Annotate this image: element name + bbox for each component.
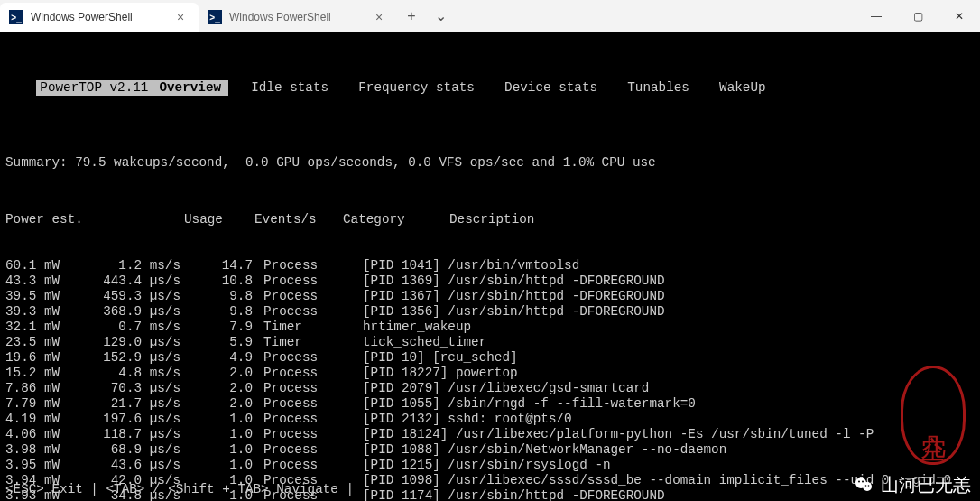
- table-row: 15.2 mW4.8 ms/s2.0Process[PID 18227] pow…: [5, 366, 975, 381]
- svg-point-1: [863, 482, 872, 491]
- tab-1[interactable]: >_Windows PowerShell×: [199, 3, 397, 32]
- cell-power: 23.5 mW: [5, 335, 94, 350]
- tab-label: Windows PowerShell: [31, 11, 133, 23]
- cell-power: 7.79 mW: [5, 396, 94, 412]
- watermark-text: 山河已无恙: [854, 474, 971, 496]
- cell-usage: 0.7 ms/s: [94, 320, 199, 335]
- cell-events: 10.8: [199, 274, 253, 289]
- watermark-label: 山河已无恙: [881, 478, 971, 493]
- svg-point-5: [868, 485, 870, 487]
- menu-item-frequency-stats[interactable]: Frequency stats: [351, 80, 482, 96]
- table-row: 39.5 mW459.3 µs/s9.8Process[PID 1367] /u…: [5, 289, 975, 304]
- cell-usage: 118.7 µs/s: [94, 427, 199, 442]
- col-header-description: Description: [449, 212, 975, 227]
- wechat-icon: [854, 474, 875, 496]
- cell-usage: 152.9 µs/s: [94, 350, 199, 366]
- cell-events: 14.7: [199, 258, 253, 274]
- cell-category: Process: [253, 412, 359, 427]
- summary-line: Summary: 79.5 wakeups/second, 0.0 GPU op…: [5, 155, 975, 171]
- cell-events: 9.8: [199, 289, 253, 304]
- cell-category: Process: [253, 350, 359, 366]
- menu-item-device-stats[interactable]: Device stats: [497, 80, 605, 96]
- menu-item-idle-stats[interactable]: Idle stats: [244, 80, 336, 96]
- cell-description: hrtimer_wakeup: [359, 320, 975, 335]
- table-row: 39.3 mW368.9 µs/s9.8Process[PID 1356] /u…: [5, 304, 975, 320]
- cell-usage: 443.4 µs/s: [94, 274, 199, 289]
- cell-events: 4.9: [199, 350, 253, 366]
- cell-usage: 21.7 µs/s: [94, 396, 199, 412]
- cell-usage: 197.6 µs/s: [94, 412, 199, 427]
- powertop-version: PowerTOP v2.11: [36, 80, 152, 96]
- svg-point-2: [858, 481, 860, 483]
- cell-events: 1.0: [199, 442, 253, 458]
- cell-description: [PID 18227] powertop: [359, 366, 975, 381]
- cell-power: 43.3 mW: [5, 274, 94, 289]
- cell-description: [PID 1041] /usr/bin/vmtoolsd: [359, 258, 975, 274]
- cell-category: Process: [253, 366, 359, 381]
- table-row: 23.5 mW129.0 µs/s5.9Timertick_sched_time…: [5, 335, 975, 350]
- tab-close-icon[interactable]: ×: [370, 10, 388, 24]
- cell-power: 15.2 mW: [5, 366, 94, 381]
- watermark-seal: 空几: [901, 366, 966, 465]
- table-header: Power est.UsageEvents/sCategoryDescripti…: [5, 212, 975, 227]
- cell-events: 2.0: [199, 381, 253, 396]
- minimize-button[interactable]: —: [855, 0, 897, 32]
- cell-description: [PID 2132] sshd: root@pts/0: [359, 412, 975, 427]
- cell-events: 1.0: [199, 458, 253, 473]
- menu-item-tunables[interactable]: Tunables: [620, 80, 697, 96]
- cell-category: Timer: [253, 320, 359, 335]
- cell-usage: 70.3 µs/s: [94, 381, 199, 396]
- new-tab-button[interactable]: +: [397, 2, 426, 31]
- cell-description: [PID 1215] /usr/sbin/rsyslogd -n: [359, 458, 975, 473]
- cell-power: 60.1 mW: [5, 258, 94, 274]
- cell-category: Process: [253, 289, 359, 304]
- table-row: 43.3 mW443.4 µs/s10.8Process[PID 1369] /…: [5, 274, 975, 289]
- table-row: 4.06 mW118.7 µs/s1.0Process[PID 18124] /…: [5, 427, 975, 442]
- cell-description: [PID 2079] /usr/libexec/gsd-smartcard: [359, 381, 975, 396]
- cell-category: Process: [253, 427, 359, 442]
- cell-events: 7.9: [199, 320, 253, 335]
- cell-power: 19.6 mW: [5, 350, 94, 366]
- tab-close-icon[interactable]: ×: [171, 10, 190, 24]
- cell-category: Process: [253, 304, 359, 320]
- terminal-pane[interactable]: PowerTOP v2.11Overview Idle stats Freque…: [0, 32, 980, 501]
- cell-category: Process: [253, 381, 359, 396]
- cell-events: 2.0: [199, 396, 253, 412]
- col-header-power: Power est.: [5, 212, 94, 227]
- cell-usage: 43.6 µs/s: [94, 458, 199, 473]
- table-row: 3.95 mW43.6 µs/s1.0Process[PID 1215] /us…: [5, 458, 975, 473]
- cell-power: 3.95 mW: [5, 458, 94, 473]
- cell-power: 3.98 mW: [5, 442, 94, 458]
- cell-category: Timer: [253, 335, 359, 350]
- window-controls: — ▢ ✕: [855, 0, 980, 32]
- cell-category: Process: [253, 258, 359, 274]
- table-row: 60.1 mW1.2 ms/s14.7Process[PID 1041] /us…: [5, 258, 975, 274]
- cell-description: tick_sched_timer: [359, 335, 975, 350]
- col-header-category: Category: [343, 212, 449, 227]
- cell-power: 4.06 mW: [5, 427, 94, 442]
- cell-power: 32.1 mW: [5, 320, 94, 335]
- powershell-icon: >_: [9, 10, 23, 24]
- col-header-events: Events/s: [253, 212, 343, 227]
- maximize-button[interactable]: ▢: [897, 0, 938, 32]
- close-button[interactable]: ✕: [938, 0, 980, 32]
- table-row: 4.19 mW197.6 µs/s1.0Process[PID 2132] ss…: [5, 412, 975, 427]
- col-header-usage: Usage: [94, 212, 253, 227]
- cell-category: Process: [253, 442, 359, 458]
- tab-dropdown-button[interactable]: ⌄: [426, 2, 455, 31]
- menu-item-overview[interactable]: Overview: [152, 80, 228, 96]
- cell-usage: 129.0 µs/s: [94, 335, 199, 350]
- powertop-menu-bar: PowerTOP v2.11Overview Idle stats Freque…: [5, 65, 975, 111]
- svg-point-3: [862, 481, 864, 483]
- cell-events: 9.8: [199, 304, 253, 320]
- cell-description: [PID 18124] /usr/libexec/platform-python…: [359, 427, 975, 442]
- footer-hint: <ESC> Exit | <TAB> / <Shift + TAB> Navig…: [5, 482, 354, 497]
- menu-item-wakeup[interactable]: WakeUp: [712, 80, 772, 96]
- cell-events: 1.0: [199, 412, 253, 427]
- cell-usage: 368.9 µs/s: [94, 304, 199, 320]
- tab-0[interactable]: >_Windows PowerShell×: [0, 3, 199, 32]
- cell-description: [PID 1088] /usr/sbin/NetworkManager --no…: [359, 442, 975, 458]
- cell-power: 39.3 mW: [5, 304, 94, 320]
- cell-description: [PID 1367] /usr/sbin/httpd -DFOREGROUND: [359, 289, 975, 304]
- cell-category: Process: [253, 274, 359, 289]
